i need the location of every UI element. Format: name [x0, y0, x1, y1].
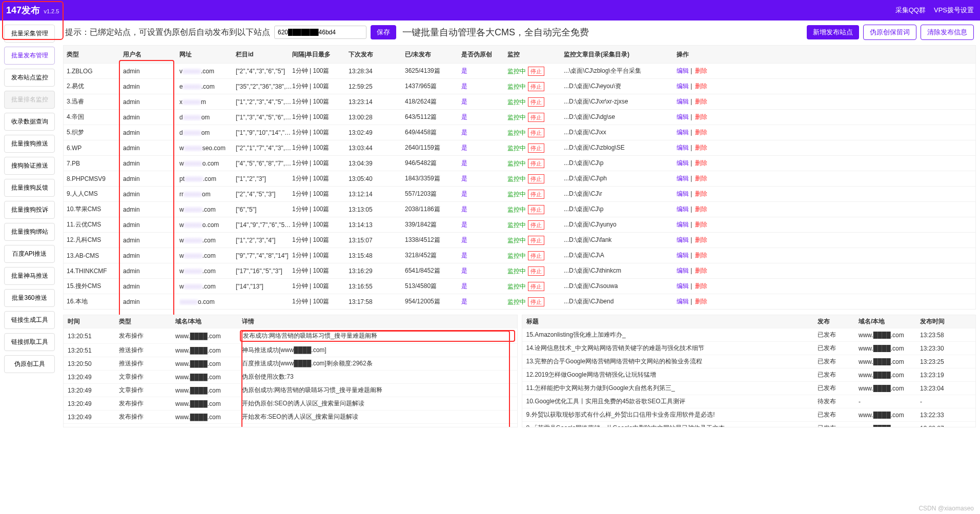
- stop-button[interactable]: 停止: [528, 159, 544, 168]
- stop-button[interactable]: 停止: [528, 266, 544, 276]
- stop-button[interactable]: 停止: [528, 143, 544, 153]
- stop-button[interactable]: 停止: [528, 128, 544, 137]
- sidebar-item-sogou-complain[interactable]: 批量搜狗投诉: [4, 201, 55, 219]
- sidebar-item-link-grab[interactable]: 链接抓取工具: [4, 333, 55, 351]
- pub-domain: www.████.com: [859, 345, 920, 352]
- delete-link[interactable]: 删除: [695, 144, 707, 151]
- cell-pseudo-link[interactable]: 是: [461, 298, 467, 305]
- cell-user: admin: [123, 68, 179, 75]
- edit-link[interactable]: 编辑: [677, 282, 689, 290]
- sidebar-item-360-push[interactable]: 批量360推送: [4, 289, 55, 307]
- edit-link[interactable]: 编辑: [677, 236, 689, 243]
- cell-pub: 1338/4512篇: [405, 236, 461, 244]
- delete-link[interactable]: 删除: [695, 159, 707, 167]
- table-row: 4.帝国admindxxxxxxom["1","3","4","5","6","…: [64, 109, 975, 125]
- th-log-time: 时间: [68, 317, 119, 326]
- delete-link[interactable]: 删除: [695, 98, 707, 105]
- cell-pseudo-link[interactable]: 是: [461, 67, 467, 74]
- cell-pseudo-link[interactable]: 是: [461, 221, 467, 228]
- edit-link[interactable]: 编辑: [677, 129, 689, 136]
- edit-link[interactable]: 编辑: [677, 144, 689, 151]
- delete-link[interactable]: 删除: [695, 129, 707, 136]
- edit-link[interactable]: 编辑: [677, 175, 689, 182]
- stop-button[interactable]: 停止: [528, 82, 544, 91]
- stop-button[interactable]: 停止: [528, 67, 544, 76]
- stop-button[interactable]: 停止: [528, 220, 544, 230]
- sidebar-item-collect-mgmt[interactable]: 批量采集管理: [4, 25, 55, 43]
- sidebar-item-publish-mgmt[interactable]: 批量发布管理: [4, 47, 55, 65]
- cell-pseudo-link[interactable]: 是: [461, 252, 467, 259]
- stop-button[interactable]: 停止: [528, 97, 544, 107]
- delete-link[interactable]: 删除: [695, 298, 707, 305]
- cell-pseudo-link[interactable]: 是: [461, 144, 467, 151]
- cell-pseudo-link[interactable]: 是: [461, 113, 467, 120]
- edit-link[interactable]: 编辑: [677, 190, 689, 197]
- sidebar-item-sogou-feedback[interactable]: 批量搜狗反馈: [4, 179, 55, 197]
- stop-button[interactable]: 停止: [528, 174, 544, 183]
- cell-pseudo-link[interactable]: 是: [461, 267, 467, 274]
- edit-link[interactable]: 编辑: [677, 252, 689, 259]
- sidebar-item-link-gen[interactable]: 链接生成工具: [4, 311, 55, 329]
- stop-button[interactable]: 停止: [528, 205, 544, 214]
- delete-link[interactable]: 删除: [695, 282, 707, 290]
- edit-link[interactable]: 编辑: [677, 67, 689, 74]
- add-site-button[interactable]: 新增发布站点: [807, 25, 859, 39]
- link-vps-dial[interactable]: VPS拨号设置: [934, 6, 974, 15]
- stop-button[interactable]: 停止: [528, 251, 544, 260]
- sidebar-item-index-query[interactable]: 收录数据查询: [4, 113, 55, 131]
- edit-link[interactable]: 编辑: [677, 98, 689, 105]
- edit-link[interactable]: 编辑: [677, 298, 689, 305]
- cell-pseudo-link[interactable]: 是: [461, 175, 467, 182]
- cell-pseudo-link[interactable]: 是: [461, 83, 467, 90]
- cell-dir: ...\桌面\CJ\zblog\全平台采集: [564, 67, 677, 75]
- stop-button[interactable]: 停止: [528, 297, 544, 306]
- sidebar-item-pseudo[interactable]: 伪原创工具: [4, 355, 55, 373]
- reserved-words-button[interactable]: 伪原创保留词: [863, 25, 916, 40]
- cell-pseudo-link[interactable]: 是: [461, 236, 467, 243]
- stop-button[interactable]: 停止: [528, 282, 544, 291]
- cell-next: 13:04:39: [349, 160, 405, 167]
- save-button[interactable]: 保存: [371, 25, 396, 39]
- edit-link[interactable]: 编辑: [677, 113, 689, 120]
- sidebar-item-site-monitor[interactable]: 发布站点监控: [4, 69, 55, 87]
- tip-text: 提示：已绑定站点，可设置伪原创后自动发布到以下站点: [65, 27, 270, 38]
- sidebar-item-rank-monitor[interactable]: 批量排名监控: [4, 91, 55, 109]
- stop-button[interactable]: 停止: [528, 236, 544, 245]
- publish-log-pane[interactable]: 标题 发布 域名/本地 发布时间 15.Amazonlisting强化难上加难咋…: [522, 315, 976, 427]
- monitor-status: 监控中: [507, 268, 526, 275]
- delete-link[interactable]: 删除: [695, 252, 707, 259]
- cell-dir: ...D:\桌面\CJ\xx: [564, 128, 677, 137]
- cell-pseudo-link[interactable]: 是: [461, 190, 467, 197]
- delete-link[interactable]: 删除: [695, 267, 707, 274]
- clear-publish-button[interactable]: 清除发布信息: [921, 25, 974, 40]
- cell-pseudo-link[interactable]: 是: [461, 282, 467, 290]
- edit-link[interactable]: 编辑: [677, 267, 689, 274]
- delete-link[interactable]: 删除: [695, 175, 707, 182]
- sidebar-item-baidu-api[interactable]: 百度API推送: [4, 245, 55, 263]
- stop-button[interactable]: 停止: [528, 190, 544, 199]
- delete-link[interactable]: 删除: [695, 190, 707, 197]
- pseudo-token-input[interactable]: [274, 26, 366, 39]
- delete-link[interactable]: 删除: [695, 205, 707, 213]
- delete-link[interactable]: 删除: [695, 67, 707, 74]
- sidebar-item-shenma-push[interactable]: 批量神马推送: [4, 267, 55, 285]
- delete-link[interactable]: 删除: [695, 83, 707, 90]
- cell-pseudo-link[interactable]: 是: [461, 205, 467, 213]
- delete-link[interactable]: 删除: [695, 236, 707, 243]
- delete-link[interactable]: 删除: [695, 113, 707, 120]
- sidebar-item-sogou-push[interactable]: 批量搜狗推送: [4, 135, 55, 153]
- edit-link[interactable]: 编辑: [677, 221, 689, 228]
- edit-link[interactable]: 编辑: [677, 159, 689, 167]
- edit-link[interactable]: 编辑: [677, 83, 689, 90]
- th-pub: 已/未发布: [405, 50, 461, 59]
- cell-pseudo-link[interactable]: 是: [461, 129, 467, 136]
- edit-link[interactable]: 编辑: [677, 205, 689, 213]
- stop-button[interactable]: 停止: [528, 113, 544, 122]
- sidebar-item-sogou-bind[interactable]: 批量搜狗绑站: [4, 223, 55, 241]
- link-qqgroup[interactable]: 采集QQ群: [895, 6, 926, 15]
- delete-link[interactable]: 删除: [695, 221, 707, 228]
- sidebar-item-sogou-verify[interactable]: 搜狗验证推送: [4, 157, 55, 175]
- cell-pseudo-link[interactable]: 是: [461, 159, 467, 167]
- operation-log-pane[interactable]: 时间 类型 域名/本地 详情 13:20:51发布操作www.████.com发…: [63, 315, 518, 427]
- cell-pseudo-link[interactable]: 是: [461, 98, 467, 105]
